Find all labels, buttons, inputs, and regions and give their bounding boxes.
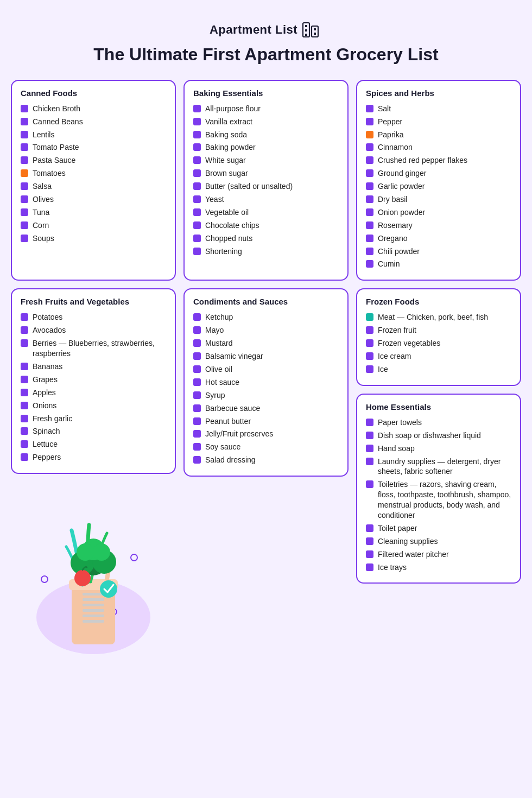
list-item: Filtered water pitcher	[366, 549, 511, 560]
logo-icon	[302, 21, 322, 39]
checkbox-icon	[21, 363, 28, 370]
checkbox-icon	[193, 391, 201, 399]
home-card: Home Essentials Paper towels Dish soap o…	[356, 394, 521, 584]
frozen-list: Meat — Chicken, pork, beef, fish Frozen …	[366, 312, 511, 374]
checkbox-icon	[366, 365, 373, 373]
checkbox-icon	[21, 313, 28, 321]
checkbox-icon	[193, 326, 201, 334]
checkbox-icon	[21, 453, 28, 461]
list-item: Barbecue sauce	[193, 403, 339, 414]
list-item: Lentils	[21, 130, 166, 140]
svg-rect-1	[305, 25, 307, 27]
checkbox-icon	[366, 419, 373, 426]
list-item: Soy sauce	[193, 442, 339, 452]
checkbox-icon	[21, 402, 28, 409]
condiments-title: Condiments and Sauces	[193, 297, 339, 307]
list-item: Mustard	[193, 338, 339, 349]
list-item: Soups	[21, 233, 166, 244]
checkbox-icon	[366, 169, 373, 177]
list-item: Jelly/Fruit preserves	[193, 429, 339, 439]
checkbox-icon	[21, 169, 28, 177]
list-item: Hand soap	[366, 444, 511, 454]
list-item: Corn	[21, 220, 166, 231]
checkbox-icon	[193, 182, 201, 190]
list-item: Shortening	[193, 246, 339, 257]
list-item: Cinnamon	[366, 142, 511, 153]
list-item: Pepper	[366, 117, 511, 127]
list-item: Avocados	[21, 325, 166, 335]
list-item: All-purpose flour	[193, 104, 339, 114]
checkbox-icon	[366, 445, 373, 452]
checkbox-icon	[366, 326, 373, 334]
checkbox-icon	[21, 415, 28, 422]
checkbox-icon	[21, 440, 28, 448]
checkbox-icon	[193, 443, 201, 451]
top-grid: Canned Foods Chicken Broth Canned Beans …	[11, 80, 521, 281]
checkbox-icon	[366, 550, 373, 558]
checkbox-icon	[366, 313, 373, 321]
list-item: Paper towels	[366, 417, 511, 428]
checkbox-icon	[193, 105, 201, 112]
svg-rect-5	[314, 28, 316, 30]
list-item: Oregano	[366, 233, 511, 244]
svg-rect-23	[83, 609, 104, 612]
checkbox-icon	[366, 260, 373, 268]
list-item: Yeast	[193, 194, 339, 205]
list-item: Salt	[366, 104, 511, 114]
checkbox-icon	[21, 131, 28, 138]
checkbox-icon	[21, 105, 28, 112]
list-item: Garlic powder	[366, 181, 511, 192]
list-item: Butter (salted or unsalted)	[193, 181, 339, 192]
checkbox-icon	[366, 235, 373, 242]
list-item: Potatoes	[21, 312, 166, 322]
list-item: Laundry supplies — detergent, dryer shee…	[366, 457, 511, 477]
page-title: The Ultimate First Apartment Grocery Lis…	[11, 45, 521, 65]
illustration	[11, 482, 176, 655]
checkbox-icon	[21, 235, 28, 242]
svg-point-19	[74, 570, 91, 586]
list-item: Ice cream	[366, 351, 511, 362]
baking-card: Baking Essentials All-purpose flour Vani…	[183, 80, 349, 281]
list-item: Grapes	[21, 375, 166, 385]
list-item: Dry basil	[366, 194, 511, 205]
checkbox-icon	[21, 118, 28, 125]
spices-title: Spices and Herbs	[366, 88, 511, 98]
list-item: Baking soda	[193, 130, 339, 140]
checkbox-icon	[193, 430, 201, 438]
checkbox-icon	[366, 563, 373, 571]
condiments-list: Ketchup Mayo Mustard Balsamic vinegar Ol…	[193, 312, 339, 465]
fresh-card: Fresh Fruits and Vegetables Potatoes Avo…	[11, 288, 176, 474]
list-item: Meat — Chicken, pork, beef, fish	[366, 312, 511, 322]
checkbox-icon	[193, 417, 201, 425]
checkbox-icon	[366, 143, 373, 151]
checkbox-icon	[21, 339, 28, 347]
checkbox-icon	[366, 221, 373, 229]
home-title: Home Essentials	[366, 402, 511, 412]
list-item: Ground ginger	[366, 168, 511, 179]
frozen-card: Frozen Foods Meat — Chicken, pork, beef,…	[356, 288, 521, 385]
checkbox-icon	[21, 389, 28, 396]
svg-rect-21	[83, 598, 104, 601]
list-item: Salad dressing	[193, 455, 339, 465]
svg-rect-6	[314, 33, 316, 35]
list-item: Fresh garlic	[21, 414, 166, 424]
logo-text: Apartment List	[210, 23, 297, 37]
checkbox-icon	[193, 352, 201, 360]
col1: Fresh Fruits and Vegetables Potatoes Avo…	[11, 288, 176, 655]
list-item: Tomatoes	[21, 168, 166, 179]
baking-list: All-purpose flour Vanilla extract Baking…	[193, 104, 339, 257]
list-item: Olives	[21, 194, 166, 205]
list-item: Pasta Sauce	[21, 155, 166, 166]
checkbox-icon	[193, 208, 201, 216]
svg-rect-22	[83, 604, 104, 606]
spices-list: Salt Pepper Paprika Cinnamon Crushed red…	[366, 104, 511, 270]
grocery-illustration	[28, 498, 159, 655]
list-item: Peppers	[21, 452, 166, 463]
checkbox-icon	[366, 118, 373, 125]
svg-point-18	[93, 543, 110, 561]
col3: Frozen Foods Meat — Chicken, pork, beef,…	[356, 288, 521, 655]
header: Apartment List The Ultimate First Apartm…	[11, 11, 521, 80]
checkbox-icon	[193, 195, 201, 203]
svg-point-8	[41, 576, 48, 582]
checkbox-icon	[193, 339, 201, 347]
